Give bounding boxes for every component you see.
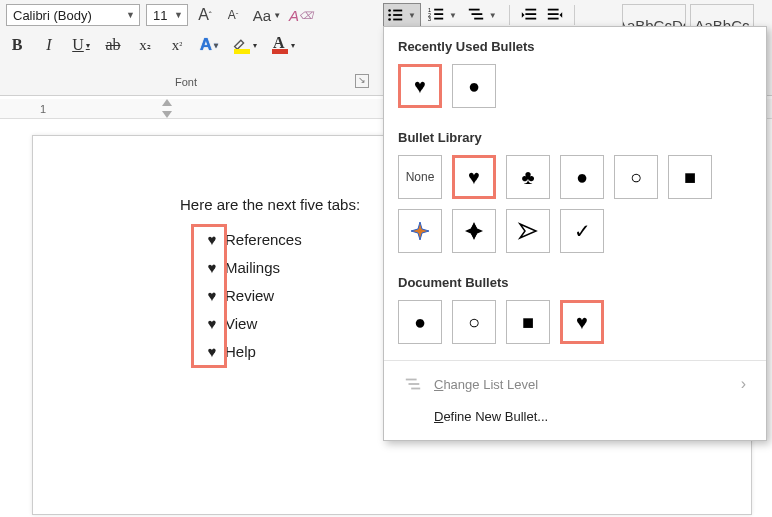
list-item-text[interactable]: References bbox=[225, 226, 302, 254]
font-size-value: 11 bbox=[153, 8, 167, 23]
list-item[interactable]: ♥View bbox=[199, 310, 302, 338]
list-item[interactable]: ♥Help bbox=[199, 338, 302, 366]
superscript-button[interactable]: x bbox=[166, 34, 188, 56]
chevron-down-icon[interactable]: ▾ bbox=[214, 41, 218, 50]
text-effects-label: A bbox=[200, 35, 212, 55]
bullet-library-grid: None ♥ ♣ ● ○ ■ ✓ bbox=[384, 151, 766, 263]
heart-icon: ♥ bbox=[199, 310, 225, 338]
italic-button[interactable]: I bbox=[38, 34, 60, 56]
chevron-down-icon[interactable]: ▾ bbox=[86, 41, 90, 50]
bullet-option-club[interactable]: ♣ bbox=[506, 155, 550, 199]
clear-formatting-button[interactable]: A⌫ bbox=[290, 4, 312, 26]
chevron-down-icon[interactable]: ▼ bbox=[126, 10, 135, 20]
separator bbox=[574, 5, 575, 25]
list-item[interactable]: ♥Review bbox=[199, 282, 302, 310]
multilevel-list-button[interactable]: ▼ bbox=[465, 3, 501, 27]
recent-bullets-grid: ♥ ● bbox=[384, 60, 766, 118]
list-item-text[interactable]: View bbox=[225, 310, 257, 338]
underline-label: U bbox=[72, 36, 84, 54]
heart-icon: ♥ bbox=[199, 338, 225, 366]
chevron-down-icon[interactable]: ▼ bbox=[487, 11, 499, 20]
change-list-level-menu: Change List Level › bbox=[384, 367, 766, 401]
bullet-option-heart[interactable]: ♥ bbox=[560, 300, 604, 344]
decrease-indent-button[interactable] bbox=[518, 3, 540, 27]
svg-rect-1 bbox=[393, 10, 402, 12]
document-bullets-grid: ● ○ ■ ♥ bbox=[384, 296, 766, 354]
bullet-option-heart[interactable]: ♥ bbox=[452, 155, 496, 199]
font-dialog-launcher[interactable]: ↘ bbox=[355, 74, 369, 88]
svg-rect-22 bbox=[409, 383, 420, 385]
heart-icon: ♥ bbox=[199, 254, 225, 282]
bullet-option-circle[interactable]: ○ bbox=[452, 300, 496, 344]
paragraph-text[interactable]: Here are the next five tabs: bbox=[180, 196, 360, 213]
heart-icon: ♥ bbox=[199, 226, 225, 254]
svg-rect-9 bbox=[434, 13, 443, 15]
svg-rect-17 bbox=[525, 18, 536, 20]
shrink-font-button[interactable]: Aˇ bbox=[222, 4, 244, 26]
highlight-button[interactable]: ▾ bbox=[230, 34, 258, 56]
define-new-bullet-menu[interactable]: Define New Bullet... bbox=[384, 401, 766, 432]
section-title-document: Document Bullets bbox=[384, 263, 766, 296]
bullet-option-circle[interactable]: ○ bbox=[614, 155, 658, 199]
bullet-option-disc[interactable]: ● bbox=[452, 64, 496, 108]
bulleted-list[interactable]: ♥References ♥Mailings ♥Review ♥View ♥Hel… bbox=[199, 226, 302, 366]
svg-rect-13 bbox=[471, 13, 482, 15]
bullet-option-disc[interactable]: ● bbox=[560, 155, 604, 199]
list-level-icon bbox=[404, 375, 422, 393]
svg-point-0 bbox=[388, 9, 391, 12]
text-effects-button[interactable]: A▾ bbox=[198, 34, 220, 56]
bullets-button[interactable]: ▼ bbox=[383, 3, 421, 27]
underline-button[interactable]: U▾ bbox=[70, 34, 92, 56]
chevron-down-icon[interactable]: ▼ bbox=[406, 11, 418, 20]
bullet-option-check[interactable]: ✓ bbox=[560, 209, 604, 253]
change-case-button[interactable]: Aa▼ bbox=[250, 4, 284, 26]
strikethrough-button[interactable]: ab bbox=[102, 34, 124, 56]
svg-rect-11 bbox=[434, 18, 443, 20]
chevron-down-icon[interactable]: ▾ bbox=[253, 41, 257, 50]
chevron-down-icon[interactable]: ▼ bbox=[447, 11, 459, 20]
first-line-indent-marker[interactable] bbox=[162, 99, 172, 106]
bullet-option-fourstar[interactable] bbox=[398, 209, 442, 253]
font-size-combo[interactable]: 11 ▼ bbox=[146, 4, 188, 26]
font-row-top: Calibri (Body) ▼ 11 ▼ Aˆ Aˇ Aa▼ A⌫ bbox=[6, 4, 312, 26]
bullet-option-arrow[interactable] bbox=[506, 209, 550, 253]
list-item[interactable]: ♥References bbox=[199, 226, 302, 254]
chevron-down-icon[interactable]: ▼ bbox=[273, 11, 281, 20]
svg-rect-16 bbox=[525, 13, 536, 15]
bullet-option-none[interactable]: None bbox=[398, 155, 442, 199]
grow-font-button[interactable]: Aˆ bbox=[194, 4, 216, 26]
font-group-label: Font bbox=[0, 76, 372, 88]
chevron-down-icon[interactable]: ▼ bbox=[174, 10, 183, 20]
hanging-indent-marker[interactable] bbox=[162, 111, 172, 118]
svg-rect-23 bbox=[411, 388, 420, 390]
bullet-option-heart[interactable]: ♥ bbox=[398, 64, 442, 108]
list-item-text[interactable]: Help bbox=[225, 338, 256, 366]
font-name-combo[interactable]: Calibri (Body) ▼ bbox=[6, 4, 140, 26]
bullet-option-square[interactable]: ■ bbox=[506, 300, 550, 344]
bullets-dropdown-panel: Recently Used Bullets ♥ ● Bullet Library… bbox=[383, 26, 767, 441]
ruler-number: 1 bbox=[40, 103, 46, 115]
svg-rect-14 bbox=[474, 18, 483, 20]
font-color-button[interactable]: A ▾ bbox=[268, 34, 296, 56]
svg-rect-5 bbox=[393, 19, 402, 21]
list-item-text[interactable]: Mailings bbox=[225, 254, 280, 282]
section-title-library: Bullet Library bbox=[384, 118, 766, 151]
bullet-option-square[interactable]: ■ bbox=[668, 155, 712, 199]
change-list-level-label: Change List Level bbox=[434, 377, 538, 392]
bullet-option-diamond4[interactable] bbox=[452, 209, 496, 253]
svg-rect-21 bbox=[406, 379, 417, 381]
svg-point-2 bbox=[388, 14, 391, 17]
bullet-option-disc[interactable]: ● bbox=[398, 300, 442, 344]
bold-button[interactable]: B bbox=[6, 34, 28, 56]
svg-rect-3 bbox=[393, 14, 402, 16]
chevron-down-icon[interactable]: ▾ bbox=[291, 41, 295, 50]
list-item[interactable]: ♥Mailings bbox=[199, 254, 302, 282]
list-item-text[interactable]: Review bbox=[225, 282, 274, 310]
numbering-button[interactable]: 123 ▼ bbox=[425, 3, 461, 27]
svg-rect-20 bbox=[548, 18, 559, 20]
subscript-button[interactable]: x bbox=[134, 34, 156, 56]
svg-text:3: 3 bbox=[428, 16, 431, 22]
svg-point-4 bbox=[388, 18, 391, 21]
increase-indent-button[interactable] bbox=[544, 3, 566, 27]
separator bbox=[509, 5, 510, 25]
